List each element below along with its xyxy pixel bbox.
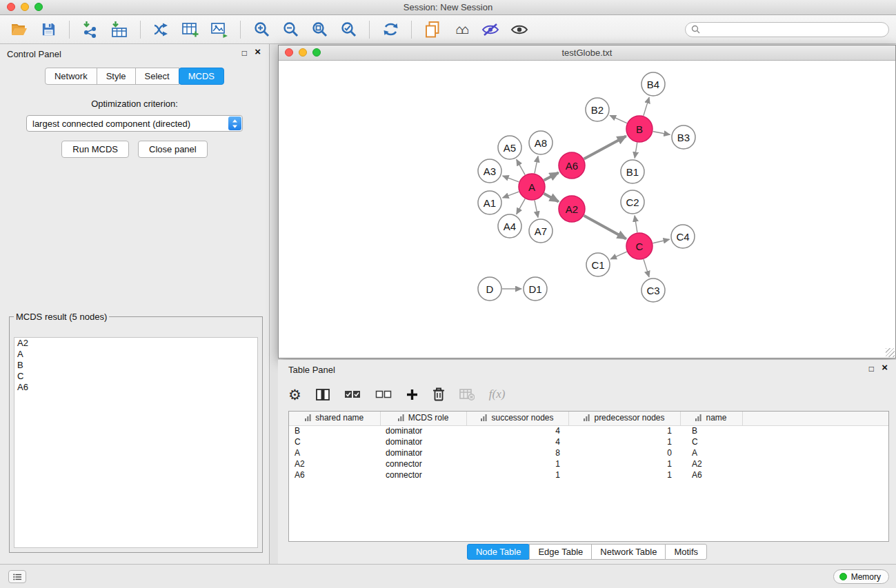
minimize-window-button[interactable] [21,3,29,11]
tab-network[interactable]: Network [45,68,97,85]
edge-A2-C[interactable] [584,216,626,239]
tab-network-table[interactable]: Network Table [591,544,666,560]
edge-C-C2[interactable] [635,216,637,232]
node-A5[interactable]: A5 [498,136,521,159]
import-table-button[interactable] [107,18,132,41]
float-control-panel-button[interactable]: □ [242,48,247,58]
column-header-predecessor-nodes[interactable]: predecessor nodes [568,412,680,425]
edge-B-B2[interactable] [610,115,627,123]
close-control-panel-button[interactable]: × [255,47,261,57]
zoom-in-button[interactable] [249,18,274,41]
function-builder-button[interactable]: f(x) [489,387,506,401]
network-zoom-button[interactable] [312,48,321,57]
select-all-rows-button[interactable] [344,389,361,399]
edge-B-B3[interactable] [653,132,670,135]
close-panel-button[interactable]: Close panel [138,141,208,158]
show-columns-button[interactable] [316,389,330,401]
table-row[interactable]: Cdominator41C [289,436,888,447]
table-row[interactable]: A2connector11A2 [289,458,888,469]
node-A3[interactable]: A3 [478,159,501,183]
edge-C-C3[interactable] [644,259,649,277]
mcds-result-item[interactable]: C [14,371,257,382]
float-table-panel-button[interactable]: □ [869,364,874,374]
task-history-button[interactable] [8,570,26,583]
node-A[interactable]: A [519,174,545,200]
network-graph[interactable]: B4B2BB3A8A5A6A3B1AA1C2A2A4A7C4CC1C3DD1 [279,61,895,358]
edge-A-A7[interactable] [535,201,538,218]
edge-C-C1[interactable] [610,252,627,259]
edge-A-A5[interactable] [517,159,525,174]
resize-grip[interactable] [886,348,895,357]
table-row[interactable]: A6connector11A6 [289,469,888,480]
edge-A-A8[interactable] [535,156,538,174]
zoom-out-button[interactable] [278,18,303,41]
mcds-result-item[interactable]: A [14,349,257,360]
edge-A-A3[interactable] [503,176,519,182]
close-table-panel-button[interactable]: × [882,363,888,372]
column-header-shared-name[interactable]: shared name [289,412,380,425]
column-header-name[interactable]: name [680,412,742,425]
run-mcds-button[interactable]: Run MCDS [61,141,129,158]
edge-A-A4[interactable] [517,199,525,214]
tab-node-table[interactable]: Node Table [467,544,530,560]
node-D[interactable]: D [478,277,501,301]
edge-C-C4[interactable] [653,239,670,243]
edge-B-B4[interactable] [644,97,649,116]
memory-button[interactable]: Memory [833,569,889,584]
tab-mcds[interactable]: MCDS [179,68,224,85]
node-A6[interactable]: A6 [559,152,585,179]
edge-A6-B[interactable] [584,136,626,159]
node-A1[interactable]: A1 [478,191,501,214]
search-box[interactable] [685,22,889,37]
mcds-result-item[interactable]: B [14,360,257,371]
node-B4[interactable]: B4 [641,72,665,96]
column-header-successor-nodes[interactable]: successor nodes [466,412,568,425]
table-row[interactable]: Bdominator41B [289,425,888,436]
node-B2[interactable]: B2 [586,98,609,121]
new-table-button[interactable] [178,18,203,41]
node-A7[interactable]: A7 [529,219,552,243]
node-A8[interactable]: A8 [529,131,552,154]
save-session-button[interactable] [36,18,61,41]
tab-edge-table[interactable]: Edge Table [529,544,592,560]
tab-motifs[interactable]: Motifs [665,544,707,560]
edge-A-A1[interactable] [503,192,519,198]
zoom-selected-button[interactable] [336,18,361,41]
zoom-fit-button[interactable] [307,18,332,41]
clear-selection-button[interactable] [375,389,392,399]
search-input[interactable] [704,23,883,35]
open-session-button[interactable] [7,18,32,41]
network-canvas[interactable]: B4B2BB3A8A5A6A3B1AA1C2A2A4A7C4CC1C3DD1 [279,61,895,358]
close-window-button[interactable] [7,3,15,11]
node-A2[interactable]: A2 [559,196,585,222]
node-C1[interactable]: C1 [586,253,610,276]
optimization-criterion-select[interactable]: largest connected component (directed) [26,115,243,132]
fork-network-button[interactable] [149,18,174,41]
node-B[interactable]: B [626,116,653,142]
refresh-layout-button[interactable] [378,18,403,41]
node-B1[interactable]: B1 [621,160,644,183]
add-column-button[interactable] [406,389,418,401]
network-close-button[interactable] [285,48,293,57]
home-button[interactable]: ⌂⌂ [449,18,474,41]
node-C3[interactable]: C3 [641,278,665,302]
show-graphics-details-button[interactable] [507,18,532,41]
node-D1[interactable]: D1 [524,277,547,301]
table-settings-button[interactable]: ⚙ [288,387,301,402]
node-B3[interactable]: B3 [672,125,695,149]
mcds-result-item[interactable]: A6 [14,382,257,393]
column-header-MCDS-role[interactable]: MCDS role [380,412,466,425]
node-C4[interactable]: C4 [671,225,695,248]
delete-column-button[interactable] [432,387,445,401]
session-files-button[interactable] [420,18,445,41]
tab-select[interactable]: Select [135,68,179,85]
delete-table-button[interactable] [459,389,475,401]
edge-B-B1[interactable] [635,143,637,159]
node-C2[interactable]: C2 [621,190,644,214]
mcds-result-item[interactable]: A2 [14,338,257,349]
network-minimize-button[interactable] [299,48,307,57]
edge-A-A2[interactable] [544,194,559,202]
node-A4[interactable]: A4 [498,214,521,238]
edge-A-A6[interactable] [544,172,559,180]
node-C[interactable]: C [626,233,653,259]
